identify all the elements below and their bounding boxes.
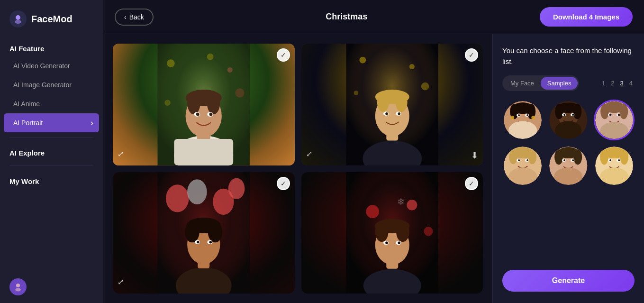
svg-point-40 — [166, 184, 189, 212]
svg-point-7 — [227, 67, 233, 73]
page-4[interactable]: 4 — [627, 79, 635, 88]
back-chevron-icon: ‹ — [124, 13, 127, 21]
svg-point-119 — [563, 159, 565, 161]
image-card-4[interactable]: ❄ — [301, 172, 483, 294]
svg-point-90 — [572, 114, 574, 116]
svg-point-10 — [164, 100, 170, 106]
svg-point-105 — [509, 150, 517, 164]
svg-point-9 — [235, 88, 244, 97]
svg-point-0 — [16, 15, 20, 20]
svg-point-86 — [573, 104, 582, 119]
svg-point-3 — [15, 288, 21, 292]
expand-icon-2: ⤢ — [306, 149, 317, 161]
face-item-3[interactable] — [594, 100, 635, 140]
sidebar-item-ai-anime[interactable]: AI Anime — [4, 94, 99, 113]
main-header: ‹ Back Christmas Download 4 Images — [103, 0, 644, 34]
page-2[interactable]: 2 — [609, 79, 616, 88]
user-avatar-area — [0, 271, 103, 303]
check-badge-3[interactable]: ✓ — [277, 177, 290, 190]
svg-point-126 — [620, 149, 628, 165]
page-3[interactable]: 3 — [618, 79, 626, 88]
expand-icon-3: ⤢ — [118, 277, 129, 289]
generate-button[interactable]: Generate — [502, 270, 635, 292]
svg-point-32 — [377, 92, 389, 112]
face-item-6[interactable] — [594, 145, 635, 186]
image-card-3[interactable]: ✓ ⤢ — [113, 172, 295, 294]
svg-point-109 — [518, 159, 520, 161]
svg-point-8 — [207, 54, 214, 60]
back-button[interactable]: ‹ Back — [115, 9, 154, 26]
logo: FaceMod — [0, 0, 103, 38]
check-badge-4[interactable]: ✓ — [465, 177, 478, 190]
samples-tab[interactable]: Samples — [541, 77, 578, 90]
svg-point-89 — [563, 114, 565, 116]
svg-point-68 — [385, 241, 388, 244]
face-item-1[interactable] — [502, 100, 543, 140]
svg-text:❄: ❄ — [397, 196, 405, 207]
svg-point-120 — [572, 159, 574, 161]
svg-point-110 — [526, 159, 528, 161]
image-card-1[interactable]: ✓ ⤢ — [113, 44, 295, 165]
svg-point-75 — [510, 116, 514, 119]
svg-point-100 — [617, 114, 620, 116]
divider-1 — [9, 137, 93, 138]
page-1[interactable]: 1 — [600, 79, 607, 88]
logo-text: FaceMod — [31, 14, 73, 25]
face-toggle-row: My Face Samples 1 2 3 4 — [502, 75, 635, 91]
svg-point-56 — [366, 205, 379, 218]
check-badge-1[interactable]: ✓ — [277, 48, 290, 62]
page-numbers: 1 2 3 4 — [600, 79, 635, 88]
svg-point-65 — [396, 222, 409, 242]
content-area: ✓ ⤢ — [103, 34, 644, 303]
svg-point-76 — [531, 116, 535, 119]
svg-point-43 — [228, 178, 245, 199]
download-images-button[interactable]: Download 4 Images — [540, 7, 633, 27]
svg-point-27 — [354, 91, 358, 95]
svg-point-2 — [16, 284, 20, 287]
user-avatar[interactable] — [9, 278, 27, 295]
svg-point-69 — [398, 241, 400, 244]
svg-point-125 — [600, 149, 608, 165]
divider-2 — [9, 165, 93, 166]
face-grid — [502, 100, 635, 186]
face-item-4[interactable] — [502, 145, 543, 186]
my-face-tab[interactable]: My Face — [504, 77, 541, 90]
svg-point-24 — [359, 57, 366, 64]
logo-icon — [9, 10, 27, 28]
svg-point-41 — [187, 179, 207, 204]
side-panel: You can choose a face from the following… — [492, 34, 644, 303]
main-content: ‹ Back Christmas Download 4 Images — [103, 0, 644, 303]
svg-point-52 — [197, 240, 200, 243]
svg-point-19 — [196, 113, 200, 116]
sidebar-item-ai-portrait[interactable]: AI Portrait — [4, 113, 99, 132]
svg-point-115 — [554, 149, 563, 165]
svg-point-25 — [409, 64, 414, 69]
svg-point-53 — [209, 240, 212, 243]
face-tab-group: My Face Samples — [502, 75, 579, 91]
svg-point-64 — [375, 222, 388, 242]
sidebar: FaceMod AI Feature AI Video Generator AI… — [0, 0, 103, 303]
svg-point-36 — [385, 112, 388, 115]
svg-point-48 — [185, 221, 200, 242]
svg-point-130 — [618, 159, 620, 161]
section-ai-feature: AI Feature — [0, 38, 103, 56]
sidebar-item-ai-video-generator[interactable]: AI Video Generator — [4, 56, 99, 75]
check-badge-2[interactable]: ✓ — [465, 48, 478, 62]
svg-point-96 — [619, 104, 628, 119]
face-item-2[interactable] — [548, 100, 589, 140]
svg-point-85 — [555, 104, 563, 119]
svg-point-58 — [424, 227, 433, 236]
image-card-2[interactable]: ✓ ⤢ ⬇ — [301, 44, 483, 165]
face-item-5[interactable] — [548, 145, 589, 186]
svg-point-15 — [187, 92, 200, 115]
svg-point-37 — [398, 112, 400, 115]
download-icon-2[interactable]: ⬇ — [471, 150, 478, 161]
section-ai-explore: AI Explore — [0, 142, 103, 161]
back-label: Back — [129, 13, 144, 21]
svg-point-99 — [609, 114, 611, 116]
svg-point-116 — [574, 149, 582, 165]
sidebar-item-ai-image-generator[interactable]: AI Image Generator — [4, 75, 99, 94]
expand-icon-1: ⤢ — [118, 149, 129, 161]
panel-instruction: You can choose a face from the following… — [502, 46, 635, 67]
svg-point-1 — [15, 20, 21, 24]
